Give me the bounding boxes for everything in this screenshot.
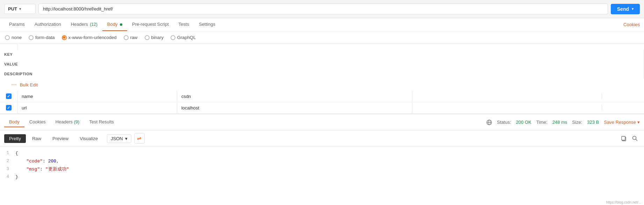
radio-graphql[interactable]: GraphQL	[171, 35, 196, 40]
radio-form-data-circle	[29, 35, 34, 40]
save-response-button[interactable]: Save Response ▾	[604, 120, 640, 125]
code-line-1: 1 {	[0, 150, 644, 158]
table-row: ✓ name csdn	[0, 91, 644, 102]
response-header: Body Cookies Headers (9) Test Results St…	[0, 114, 644, 130]
radio-binary-label: binary	[151, 35, 164, 40]
method-label: PUT	[8, 6, 17, 12]
tab-prerequest[interactable]: Pre-request Script	[127, 18, 174, 31]
radio-binary[interactable]: binary	[145, 35, 164, 40]
resp-tab-test-results[interactable]: Test Results	[84, 117, 119, 127]
kv-table-header: KEY VALUE DESCRIPTION ··· Bulk Edit	[0, 44, 644, 91]
code-content-1: {	[14, 150, 644, 157]
svg-point-5	[633, 136, 636, 140]
send-chevron-icon: ▾	[632, 7, 634, 11]
resp-headers-badge: (9)	[74, 119, 79, 124]
search-button[interactable]	[630, 134, 640, 143]
radio-urlencoded-label: x-www-form-urlencoded	[68, 35, 117, 40]
line-num-2: 2	[0, 158, 14, 165]
svg-rect-4	[622, 136, 625, 140]
radio-form-data-label: form-data	[35, 35, 55, 40]
row2-actions	[602, 105, 644, 111]
tab-params[interactable]: Params	[4, 18, 30, 31]
fmt-tab-preview[interactable]: Preview	[48, 134, 73, 143]
radio-graphql-circle	[171, 35, 175, 40]
check-mark-icon: ✓	[7, 106, 10, 110]
method-chevron-icon: ▾	[19, 7, 21, 11]
code-content-2: "code": 200,	[14, 158, 644, 165]
radio-binary-circle	[145, 35, 150, 40]
radio-raw[interactable]: raw	[124, 35, 138, 40]
body-type-bar: none form-data x-www-form-urlencoded raw…	[0, 31, 644, 44]
url-bar: PUT ▾ Send ▾	[0, 0, 644, 18]
radio-none-label: none	[12, 35, 22, 40]
tab-settings[interactable]: Settings	[194, 18, 220, 31]
headers-badge: (12)	[90, 22, 97, 27]
table-row: ✓ url localhost	[0, 102, 644, 114]
svg-line-6	[636, 139, 637, 141]
cookies-link[interactable]: Cookies	[623, 22, 640, 27]
row1-key[interactable]: name	[17, 91, 177, 102]
send-button[interactable]: Send ▾	[611, 4, 640, 14]
row2-key[interactable]: url	[17, 102, 177, 113]
wrap-icon: ⇌	[137, 135, 142, 142]
code-line-2: 2 "code": 200,	[0, 158, 644, 166]
wrap-button[interactable]: ⇌	[134, 133, 145, 144]
search-icon	[632, 136, 638, 141]
format-select-label: JSON	[111, 136, 123, 141]
bulk-edit-button[interactable]: Bulk Edit	[20, 82, 38, 88]
status-value: 200 OK	[516, 120, 531, 125]
format-select-chevron-icon: ▾	[125, 136, 128, 141]
row1-desc[interactable]	[412, 93, 602, 99]
url-input[interactable]	[38, 3, 608, 14]
radio-urlencoded-circle	[62, 35, 67, 40]
format-select[interactable]: JSON ▾	[107, 134, 131, 143]
response-meta: Status: 200 OK Time: 248 ms Size: 323 B …	[486, 120, 640, 125]
row1-checkbox[interactable]: ✓	[6, 93, 12, 99]
radio-raw-label: raw	[130, 35, 138, 40]
row1-value[interactable]: csdn	[177, 91, 412, 102]
row2-checkbox[interactable]: ✓	[6, 105, 12, 111]
save-response-chevron-icon: ▾	[637, 120, 640, 125]
time-label: Time:	[536, 120, 548, 125]
code-line-4: 4 }	[0, 173, 644, 181]
send-label: Send	[617, 6, 629, 12]
radio-none-circle	[5, 35, 10, 40]
tab-tests[interactable]: Tests	[174, 18, 194, 31]
fmt-tab-visualize[interactable]: Visualize	[75, 134, 103, 143]
time-value: 248 ms	[552, 120, 567, 125]
radio-graphql-label: GraphQL	[177, 35, 196, 40]
size-label: Size:	[572, 120, 582, 125]
tab-headers-label: Headers	[71, 22, 88, 27]
line-num-3: 3	[0, 166, 14, 173]
row2-value[interactable]: localhost	[177, 102, 412, 113]
radio-urlencoded[interactable]: x-www-form-urlencoded	[62, 35, 117, 40]
copy-icon	[621, 136, 627, 141]
radio-none[interactable]: none	[5, 35, 22, 40]
method-select[interactable]: PUT ▾	[4, 4, 36, 14]
tab-headers[interactable]: Headers (12)	[66, 18, 102, 31]
more-options-icon[interactable]: ···	[11, 82, 17, 88]
body-dot-icon	[120, 23, 122, 26]
kv-table-section: KEY VALUE DESCRIPTION ··· Bulk Edit ✓ na…	[0, 44, 644, 114]
row2-desc[interactable]	[412, 105, 602, 111]
kv-header-desc: DESCRIPTION	[0, 69, 644, 79]
kv-header-key: KEY	[0, 50, 644, 59]
status-label: Status:	[497, 120, 511, 125]
resp-tab-cookies[interactable]: Cookies	[24, 117, 51, 127]
copy-button[interactable]	[619, 134, 629, 143]
response-tabs: Body Cookies Headers (9) Test Results	[4, 117, 119, 127]
radio-form-data[interactable]: form-data	[29, 35, 55, 40]
kv-header-actions: ··· Bulk Edit	[0, 79, 42, 91]
fmt-tab-raw[interactable]: Raw	[27, 134, 46, 143]
code-content-3: "msg": "更新成功"	[14, 166, 644, 173]
fmt-tab-pretty[interactable]: Pretty	[4, 134, 26, 143]
tab-authorization[interactable]: Authorization	[30, 18, 66, 31]
format-bar: Pretty Raw Preview Visualize JSON ▾ ⇌	[0, 130, 644, 147]
code-content-4: }	[14, 174, 644, 181]
resp-tab-headers[interactable]: Headers (9)	[51, 117, 85, 127]
row1-actions	[602, 93, 644, 99]
tab-body[interactable]: Body	[102, 18, 127, 31]
line-num-1: 1	[0, 150, 14, 157]
globe-icon	[486, 120, 492, 125]
resp-tab-body[interactable]: Body	[4, 117, 24, 127]
